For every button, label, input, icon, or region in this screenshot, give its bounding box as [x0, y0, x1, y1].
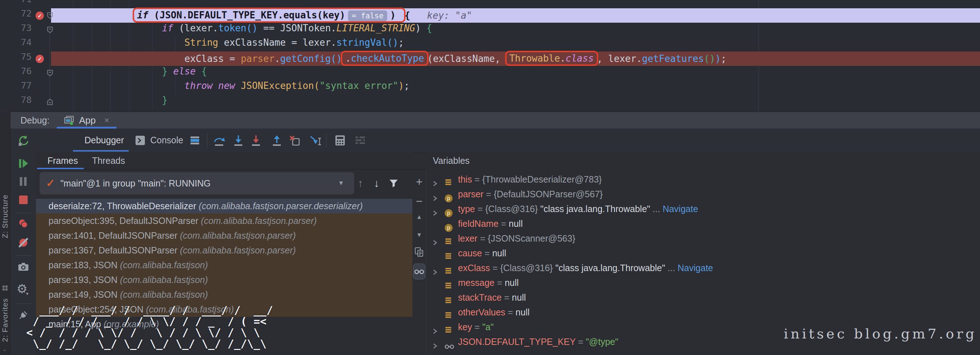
variable-row-otherValues[interactable]: otherValues = null: [426, 305, 980, 320]
code-line-77: 77 throw new JSONException("syntax error…: [0, 80, 980, 95]
breakpoint-icon[interactable]: ✓: [36, 11, 44, 20]
pin-icon[interactable]: [10, 310, 36, 320]
add-watch-icon[interactable]: +: [412, 176, 426, 187]
thread-dump-camera-icon[interactable]: [10, 262, 36, 271]
code-line-74: 74 String exClassName = lexer.stringVal(…: [0, 37, 980, 51]
step-over-icon[interactable]: [213, 128, 226, 152]
fold-marker-icon[interactable]: [47, 12, 53, 19]
frames-panel: Frames Threads ✓ "main"@1 in group "main…: [36, 153, 412, 355]
variable-row-type[interactable]: ptype = {Class@316} "class java.lang.Thr…: [426, 201, 980, 216]
variable-row-stackTrace[interactable]: stackTrace = null: [426, 290, 980, 305]
favorites-grid-icon: [2, 285, 8, 291]
variables-panel: Variables this = {ThrowableDeserializer@…: [426, 153, 980, 355]
code-text: throw new JSONException("syntax error");: [72, 80, 409, 91]
frame-row[interactable]: parseObject:395, DefaultJSONParser (com.…: [36, 214, 412, 228]
fold-marker-icon[interactable]: [47, 27, 53, 33]
line-number: 72: [11, 8, 32, 19]
variable-text: fieldName = null: [458, 216, 523, 231]
debug-tab-label: App: [79, 112, 95, 128]
variable-row-cause[interactable]: cause = null: [426, 246, 980, 261]
chevron-down-icon: ⌄: [3, 346, 7, 352]
divider: [207, 133, 207, 148]
expand-chevron-icon[interactable]: [433, 339, 438, 353]
code-line-71: 71: [0, 0, 980, 8]
copy-stack-icon[interactable]: [412, 247, 426, 257]
frame-row[interactable]: main:15, App (org.example): [36, 317, 412, 332]
stop-icon[interactable]: [10, 195, 36, 205]
frame-row[interactable]: parse:1367, DefaultJSONParser (com.aliba…: [36, 243, 412, 258]
code-line-73: 73 if (lexer.token() == JSONToken.LITERA…: [0, 23, 980, 37]
line-number: 73: [11, 23, 32, 33]
close-icon[interactable]: ×: [104, 112, 109, 128]
code-text: }: [72, 95, 167, 106]
restore-layout-icon[interactable]: [190, 128, 200, 152]
frame-row[interactable]: parse:193, JSON (com.alibaba.fastjson): [36, 273, 412, 287]
divider: [16, 213, 31, 213]
code-line-75: 75✓ exClass = parser.getConfig().checkAu…: [0, 51, 980, 66]
watch-glasses-icon: [445, 339, 454, 353]
rerun-icon[interactable]: [10, 135, 36, 147]
line-number: 76: [11, 66, 32, 76]
frame-row[interactable]: deserialze:72, ThrowableDeserializer (co…: [36, 199, 412, 214]
code-editor[interactable]: 7172✓ if (JSON.DEFAULT_TYPE_KEY.equals(k…: [0, 0, 980, 112]
step-into-icon[interactable]: [233, 128, 244, 152]
force-step-into-icon[interactable]: [251, 128, 261, 152]
code-line-76: 76 } else {: [0, 66, 980, 80]
variable-row-this[interactable]: this = {ThrowableDeserializer@783}: [426, 172, 980, 187]
variable-row-message[interactable]: message = null: [426, 275, 980, 290]
line-number: 74: [11, 37, 32, 48]
variable-text: key = "a": [458, 320, 493, 334]
evaluate-expression-icon[interactable]: [335, 128, 345, 152]
up-arrow-icon[interactable]: ↑: [358, 172, 363, 194]
variable-row-lexer[interactable]: lexer = {JSONScanner@563}: [426, 231, 980, 246]
thread-selector-dropdown[interactable]: ✓ "main"@1 in group "main": RUNNING ▼: [40, 172, 354, 194]
frame-row[interactable]: parse:1401, DefaultJSONParser (com.aliba…: [36, 228, 412, 243]
variable-row-fieldName[interactable]: pfieldName = null: [426, 216, 980, 231]
variable-text: this = {ThrowableDeserializer@783}: [458, 172, 602, 187]
frame-row[interactable]: parseObject:254, JSON (com.alibaba.fastj…: [36, 302, 412, 317]
annotation-red-box: .checkAutoType: [341, 51, 428, 66]
variables-title: Variables: [433, 153, 469, 168]
thread-selector-value: "main"@1 in group "main": RUNNING: [60, 172, 211, 194]
pause-icon[interactable]: [10, 176, 36, 187]
step-out-icon[interactable]: [271, 128, 282, 152]
tab-debugger[interactable]: Debugger: [84, 128, 124, 152]
drop-frame-icon[interactable]: [289, 128, 300, 152]
move-down-icon[interactable]: ▼: [412, 232, 426, 239]
variable-text: parser = {DefaultJSONParser@567}: [458, 187, 603, 201]
variable-text: type = {Class@316} "class java.lang.Thro…: [458, 201, 698, 216]
variable-row-exClass[interactable]: exClass = {Class@316} "class java.lang.T…: [426, 261, 980, 275]
tab-frames[interactable]: Frames: [48, 153, 78, 168]
debug-label: Debug:: [21, 112, 49, 129]
toolwindow-stripe: Z: Structure 2: Favorites ⌄: [0, 112, 10, 355]
variable-row-parser[interactable]: pparser = {DefaultJSONParser@567}: [426, 187, 980, 201]
annotation-red-box: if (JSON.DEFAULT_TYPE_KEY.equals(key)= f…: [133, 8, 406, 23]
move-up-icon[interactable]: ▲: [412, 214, 426, 221]
code-text: String exClassName = lexer.stringVal();: [72, 37, 404, 48]
settings-dim-icon[interactable]: [355, 128, 366, 152]
stripe-favorites[interactable]: 2: Favorites: [1, 298, 10, 342]
down-arrow-icon[interactable]: ↓: [374, 172, 379, 194]
remove-watch-icon[interactable]: −: [412, 195, 426, 207]
tab-console[interactable]: Console: [150, 128, 183, 152]
run-to-cursor-icon[interactable]: [309, 128, 323, 152]
tab-threads[interactable]: Threads: [92, 153, 125, 168]
line-number: 77: [11, 80, 32, 91]
thread-status-check-icon: ✓: [46, 172, 55, 194]
resume-icon[interactable]: [10, 158, 36, 168]
view-breakpoints-icon[interactable]: [10, 219, 36, 229]
fold-marker-icon[interactable]: [47, 70, 53, 76]
show-watches-glasses-icon[interactable]: [413, 264, 425, 280]
divider: [16, 255, 31, 256]
frame-row[interactable]: parse:183, JSON (com.alibaba.fastjson): [36, 258, 412, 273]
divider: [326, 133, 326, 148]
frame-row[interactable]: parse:149, JSON (com.alibaba.fastjson): [36, 287, 412, 302]
fold-marker-icon[interactable]: [47, 99, 53, 105]
settings-gear-icon[interactable]: ⚙▾: [10, 283, 36, 295]
stripe-structure[interactable]: Z: Structure: [1, 194, 10, 238]
filter-funnel-icon[interactable]: [389, 172, 398, 194]
breakpoint-icon[interactable]: ✓: [36, 55, 44, 63]
mute-breakpoints-icon[interactable]: [10, 238, 36, 248]
debugger-left-toolbar: ⚙▾: [10, 128, 36, 355]
console-icon[interactable]: [135, 128, 145, 152]
